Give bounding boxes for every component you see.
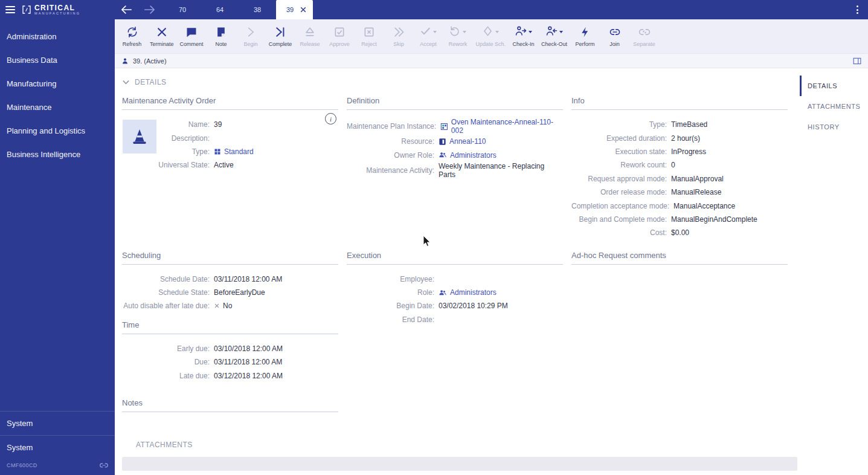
connection-link-icon	[100, 463, 108, 468]
section-title: Scheduling	[122, 251, 338, 265]
toolbar-label: Check-Out	[541, 41, 567, 47]
join-button[interactable]: Join	[600, 19, 629, 53]
check-out-button[interactable]: Check-Out	[538, 19, 570, 53]
field-value: 39	[214, 120, 222, 129]
field-row-begin-date: Begin Date:03/02/2018 10:29 PM	[347, 299, 563, 312]
field-value: 0	[671, 161, 675, 169]
begin-button: Begin	[236, 19, 266, 53]
link-label: Administrators	[450, 288, 497, 297]
perform-button[interactable]: Perform	[570, 19, 600, 53]
comment-icon	[185, 25, 198, 39]
refresh-icon	[126, 25, 138, 39]
tab-70[interactable]: 70	[164, 0, 201, 19]
field-value: 03/12/2018 12:00 AM	[214, 372, 283, 380]
logo-line1: CRITICAL	[34, 4, 80, 11]
field-row-execution-state: Execution state:InProgress	[571, 145, 788, 158]
details-section-toggle[interactable]: DETAILS	[122, 68, 868, 86]
sidebar-item-system-2[interactable]: System	[0, 435, 115, 459]
tab-38[interactable]: 38	[239, 0, 276, 19]
field-row-rework-count: Rework count:0	[571, 158, 788, 172]
back-arrow-icon	[121, 5, 132, 14]
link-label: Standard	[224, 147, 254, 156]
comment-button[interactable]: Comment	[177, 19, 207, 53]
right-nav-item-attachments[interactable]: ATTACHMENTS	[800, 96, 868, 117]
toolbar-label: Separate	[633, 41, 655, 47]
toolbar-label: Accept	[420, 41, 437, 47]
tab-64[interactable]: 64	[201, 0, 239, 19]
toolbar-label: Begin	[244, 41, 258, 47]
check-in-button[interactable]: Check-In	[509, 19, 538, 53]
logo-mark-icon	[22, 5, 31, 15]
note-button[interactable]: Note	[207, 19, 236, 53]
approve-button: Approve	[325, 19, 355, 53]
section-adhoc-request-comments: Ad-hoc Request comments	[571, 251, 788, 273]
close-icon[interactable]	[300, 7, 306, 13]
type-link[interactable]: Standard	[214, 147, 254, 156]
sidebar-item-manufacturing[interactable]: Manufacturing	[0, 72, 115, 95]
attachments-section-toggle[interactable]: ATTACHMENTS	[136, 441, 868, 449]
toolbar-label: Join	[609, 41, 620, 47]
logo-line2: MANUFACTURING	[34, 11, 80, 15]
sidebar-item-planning-logistics[interactable]: Planning and Logistics	[0, 119, 115, 143]
field-row-begin-complete-mode: Begin and Complete mode:ManualBeginAndCo…	[571, 213, 788, 226]
resource-link[interactable]: Anneal-110	[439, 137, 486, 146]
field-label: Owner Role:	[347, 151, 439, 160]
section-title: Definition	[347, 96, 563, 110]
field-label: Auto disable after late due:	[122, 302, 214, 310]
forward-button[interactable]	[138, 0, 161, 19]
field-label: Employee:	[347, 275, 439, 283]
field-value: Active	[214, 161, 234, 169]
sidebar-item-system-1[interactable]: System	[0, 411, 115, 435]
sidebar-item-business-data[interactable]: Business Data	[0, 48, 115, 72]
details-row-2: Scheduling Schedule Date:03/11/2018 12:0…	[122, 251, 868, 420]
app-logo: CRITICAL MANUFACTURING	[22, 4, 80, 15]
toolbar-label: Reject	[361, 41, 377, 47]
execution-role-link[interactable]: Administrators	[439, 288, 497, 297]
check-in-icon	[515, 25, 527, 39]
section-title: Maintenance Activity Order	[122, 96, 338, 110]
field-label: Schedule State:	[122, 288, 214, 297]
refresh-button[interactable]: Refresh	[117, 19, 147, 53]
release-icon	[304, 25, 316, 39]
breadcrumb-title: 39. (Active)	[133, 57, 167, 65]
field-row-schedule-date: Schedule Date:03/11/2018 12:00 AM	[122, 273, 338, 286]
tab-39[interactable]: 39	[276, 0, 313, 19]
sidebar-item-business-intelligence[interactable]: Business Intelligence	[0, 143, 115, 166]
right-nav-item-details[interactable]: DETAILS	[800, 76, 868, 96]
tab-label: 39	[286, 6, 294, 13]
back-button[interactable]	[115, 0, 138, 19]
skip-icon	[393, 25, 405, 39]
plan-instance-link[interactable]: Oven Maintenance-Anneal-110-002	[440, 118, 563, 135]
accept-button: Accept	[414, 19, 443, 53]
terminate-button[interactable]: Terminate	[147, 19, 177, 53]
section-info: Info Type:TimeBased Expected duration:2 …	[571, 96, 788, 240]
owner-role-link[interactable]: Administrators	[439, 151, 497, 160]
right-nav-item-history[interactable]: HISTORY	[800, 117, 868, 137]
details-row-1: Maintenance Activity Order i Name: 39 De…	[122, 96, 868, 240]
toolbar-label: Complete	[269, 41, 292, 47]
sidebar-item-administration[interactable]: Administration	[0, 25, 115, 48]
toolbar-label: Note	[216, 41, 227, 47]
field-row-maintenance-activity: Maintenance Activity: Weekly Maintenance…	[347, 162, 563, 179]
sidebar-item-maintenance[interactable]: Maintenance	[0, 95, 115, 119]
people-icon	[439, 151, 447, 159]
tab-label: 38	[254, 6, 261, 13]
field-row-request-approval-mode: Request approval mode:ManualApproval	[571, 172, 788, 186]
begin-icon	[245, 25, 257, 39]
field-label: Maintenance Plan Instance:	[347, 122, 440, 131]
field-row-completion-acceptance-mode: Completion acceptance mode:ManualAccepta…	[571, 199, 788, 212]
sidebar-footer: CMF600CD	[0, 459, 115, 475]
section-title: Execution	[347, 251, 563, 265]
separate-button: Separate	[629, 19, 659, 53]
separate-icon	[638, 25, 651, 39]
tab-label: 70	[179, 6, 186, 13]
hamburger-menu-icon[interactable]	[4, 5, 16, 15]
chevron-down-icon	[433, 31, 437, 33]
toolbar-label: Update Sch.	[476, 41, 506, 47]
join-icon	[609, 25, 621, 39]
kebab-menu-icon[interactable]	[846, 0, 868, 19]
complete-button[interactable]: Complete	[266, 19, 295, 53]
panel-toggle-icon[interactable]	[853, 57, 861, 65]
chevron-down-icon	[529, 31, 532, 33]
note-icon	[215, 25, 227, 39]
